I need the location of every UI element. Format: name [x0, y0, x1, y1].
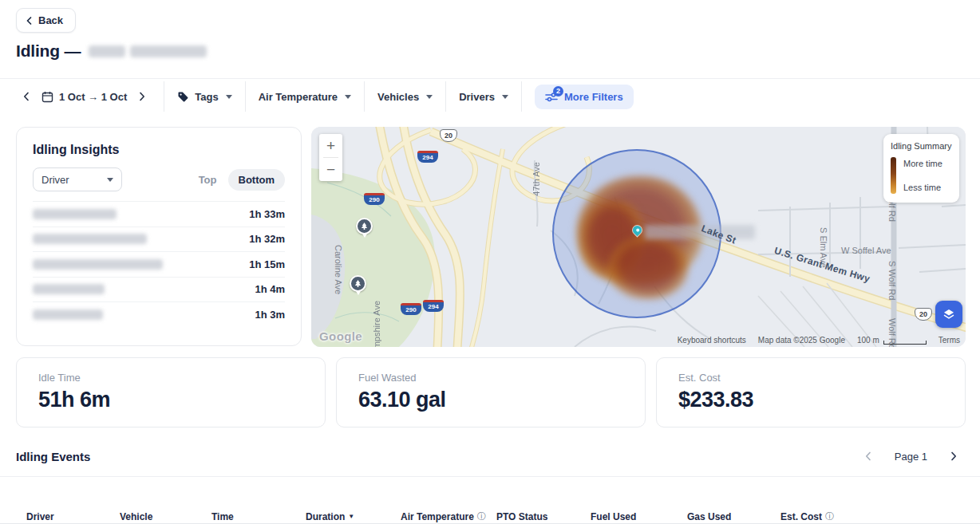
- redacted-entity-name: [89, 45, 125, 57]
- tags-filter[interactable]: Tags: [177, 91, 231, 103]
- back-button[interactable]: Back: [16, 8, 76, 33]
- page-prev-button[interactable]: [859, 447, 877, 465]
- pagination: Page 1: [859, 447, 962, 465]
- more-filters-button[interactable]: 2 More Filters: [535, 85, 634, 109]
- street-label-47th: 47th Ave: [531, 162, 541, 196]
- col-gas-used[interactable]: Gas Used: [687, 510, 780, 523]
- events-table-header: Driver Vehicle Time Duration▼ Air Temper…: [0, 510, 980, 524]
- col-label: Gas Used: [687, 511, 731, 522]
- drivers-filter-label: Drivers: [459, 91, 495, 103]
- legend-title: Idling Summary: [891, 141, 952, 151]
- filter-separator: [521, 81, 522, 112]
- insights-controls: Driver Top Bottom: [17, 157, 301, 201]
- insight-row[interactable]: 1h 32m: [33, 227, 285, 252]
- date-range-value: 1 Oct → 1 Oct: [59, 91, 127, 103]
- col-driver[interactable]: Driver: [26, 510, 120, 523]
- street-label-hampshire: Hampshire Ave: [372, 301, 381, 347]
- heat-gradient-bar: [891, 157, 896, 194]
- route-shield-i290-s: 290: [401, 303, 421, 315]
- col-label: Vehicle: [120, 511, 152, 522]
- zoom-out-button[interactable]: −: [319, 158, 342, 181]
- info-icon[interactable]: ⓘ: [825, 510, 834, 522]
- header-divider: [0, 78, 980, 79]
- keyboard-shortcuts-link[interactable]: Keyboard shortcuts: [678, 336, 746, 345]
- park-marker-icon[interactable]: [356, 218, 373, 234]
- filter-bar: 1 Oct → 1 Oct Tags Air Temperature Vehic…: [18, 82, 964, 111]
- drivers-filter[interactable]: Drivers: [459, 91, 508, 103]
- page-title-text: Idling —: [16, 41, 81, 61]
- col-fuel-used[interactable]: Fuel Used: [591, 510, 687, 523]
- stat-label: Fuel Wasted: [358, 372, 623, 384]
- tag-icon: [177, 91, 189, 103]
- vehicles-filter[interactable]: Vehicles: [377, 91, 433, 103]
- street-label-caroline: Caroline Ave: [334, 245, 343, 294]
- park-marker-icon[interactable]: [350, 275, 366, 292]
- group-by-value: Driver: [41, 174, 69, 186]
- shield-number: 20: [919, 310, 927, 318]
- date-next-button[interactable]: [133, 88, 151, 105]
- col-label: Time: [211, 511, 234, 522]
- map-attribution: Keyboard shortcuts Map data ©2025 Google…: [678, 336, 960, 345]
- shield-number: 290: [369, 196, 379, 203]
- date-prev-button[interactable]: [18, 88, 35, 105]
- col-pto-status[interactable]: PTO Status: [496, 510, 591, 523]
- toggle-bottom-button[interactable]: Bottom: [228, 169, 286, 191]
- idling-map[interactable]: Lake St U.S. Grant Mem Hwy W Soffel Ave …: [311, 127, 966, 347]
- col-label: Driver: [26, 511, 54, 522]
- insight-row[interactable]: 1h 3m: [33, 301, 285, 327]
- group-by-select[interactable]: Driver: [33, 167, 122, 191]
- terms-link[interactable]: Terms: [939, 336, 960, 345]
- insight-row[interactable]: 1h 33m: [33, 201, 285, 227]
- col-label: PTO Status: [496, 511, 547, 522]
- col-est-cost[interactable]: Est. Costⓘ: [780, 510, 980, 523]
- legend-labels: More time Less time: [903, 157, 942, 194]
- filter-separator: [245, 81, 246, 112]
- insight-time: 1h 33m: [249, 208, 285, 220]
- page-title: Idling —: [16, 41, 207, 61]
- map-zoom-control: + −: [319, 134, 342, 181]
- info-icon[interactable]: ⓘ: [477, 510, 486, 522]
- redacted-driver-name: [33, 284, 105, 294]
- tags-filter-label: Tags: [195, 91, 218, 103]
- map-layers-button[interactable]: [935, 301, 962, 328]
- shield-number: 290: [405, 306, 416, 313]
- street-label-soffel: W Soffel Ave: [841, 246, 891, 255]
- caret-down-icon: [226, 95, 232, 99]
- stat-value: 51h 6m: [38, 388, 303, 412]
- redacted-driver-name: [33, 309, 103, 320]
- col-vehicle[interactable]: Vehicle: [120, 510, 211, 523]
- date-range-picker[interactable]: 1 Oct → 1 Oct: [41, 91, 127, 103]
- air-temperature-filter[interactable]: Air Temperature: [259, 91, 351, 103]
- back-label: Back: [38, 14, 63, 26]
- map-scale-label: 100 m: [857, 336, 879, 345]
- chevron-left-icon: [22, 92, 30, 101]
- events-divider: [0, 476, 980, 477]
- redacted-driver-name: [33, 209, 117, 219]
- idling-heatmap-blob: [608, 237, 688, 299]
- google-logo[interactable]: Google: [319, 329, 362, 343]
- page-next-button[interactable]: [945, 447, 962, 465]
- insight-time: 1h 4m: [255, 283, 285, 295]
- insight-row[interactable]: 1h 4m: [33, 277, 285, 302]
- idling-insights-card: Idling Insights Driver Top Bottom 1h 33m…: [16, 127, 302, 346]
- street-label-s-wolf: S Wolf Rd: [887, 261, 897, 300]
- filter-separator: [364, 81, 365, 112]
- idling-summary-legend: Idling Summary More time Less time: [883, 134, 959, 203]
- col-air-temperature[interactable]: Air Temperatureⓘ: [401, 510, 496, 523]
- col-time[interactable]: Time: [211, 510, 306, 523]
- stat-value: $233.83: [678, 388, 943, 412]
- legend-body: More time Less time: [891, 157, 952, 194]
- insight-time: 1h 3m: [255, 309, 285, 321]
- col-label: Duration: [306, 511, 345, 522]
- est-cost-card: Est. Cost $233.83: [656, 357, 966, 427]
- insight-row[interactable]: 1h 15m: [33, 251, 285, 277]
- route-shield-i294: 294: [417, 151, 438, 163]
- vehicles-filter-label: Vehicles: [377, 91, 419, 103]
- col-duration[interactable]: Duration▼: [306, 510, 401, 523]
- toggle-top-button[interactable]: Top: [191, 169, 225, 191]
- legend-less-label: Less time: [903, 183, 942, 192]
- route-shield-i290: 290: [364, 193, 385, 205]
- zoom-in-button[interactable]: +: [319, 134, 342, 157]
- insight-time: 1h 15m: [249, 258, 285, 270]
- chevron-right-icon: [950, 451, 958, 461]
